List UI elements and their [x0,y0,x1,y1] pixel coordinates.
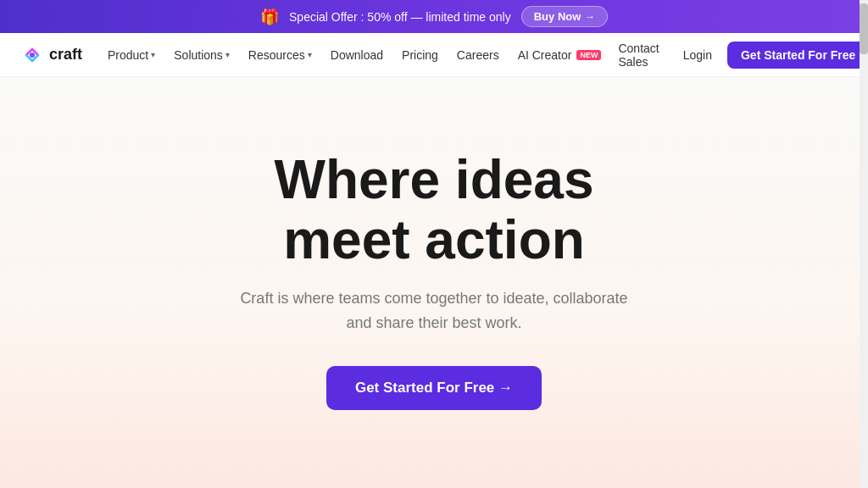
navbar: craft Product ▾ Solutions ▾ Resources ▾ … [0,33,868,77]
nav-item-download[interactable]: Download [322,43,392,67]
product-chevron-icon: ▾ [151,50,155,59]
promo-banner: 🎁 Special Offer : 50% off — limited time… [0,0,868,33]
banner-offer-text: Special Offer : 50% off — limited time o… [289,10,511,24]
scrollbar-thumb[interactable] [860,3,868,54]
hero-subtitle: Craft is where teams come together to id… [239,286,629,336]
new-badge: NEW [576,50,601,60]
nav-right: Contact Sales Login Get Started For Free [609,36,868,74]
nav-item-product[interactable]: Product ▾ [99,43,164,67]
gift-icon: 🎁 [260,8,279,26]
hero-get-started-button[interactable]: Get Started For Free → [326,366,542,410]
nav-item-careers[interactable]: Careers [448,43,508,67]
login-link[interactable]: Login [675,43,721,67]
nav-item-solutions[interactable]: Solutions ▾ [165,43,238,67]
hero-section: Where ideas meet action Craft is where t… [0,77,868,488]
hero-title: Where ideas meet action [274,150,593,269]
banner-buy-button[interactable]: Buy Now → [521,6,608,27]
craft-logo-icon [20,43,44,67]
logo-text: craft [49,46,82,64]
svg-point-1 [30,53,35,58]
scrollbar[interactable] [860,0,868,488]
nav-item-pricing[interactable]: Pricing [393,43,447,67]
solutions-chevron-icon: ▾ [225,50,230,59]
resources-chevron-icon: ▾ [308,50,312,59]
contact-sales-link[interactable]: Contact Sales [609,36,667,74]
nav-item-resources[interactable]: Resources ▾ [240,43,320,67]
logo[interactable]: craft [20,43,82,67]
nav-left: Product ▾ Solutions ▾ Resources ▾ Downlo… [99,43,609,67]
nav-item-ai-creator[interactable]: AI Creator NEW [509,43,610,67]
nav-get-started-button[interactable]: Get Started For Free [727,42,868,69]
